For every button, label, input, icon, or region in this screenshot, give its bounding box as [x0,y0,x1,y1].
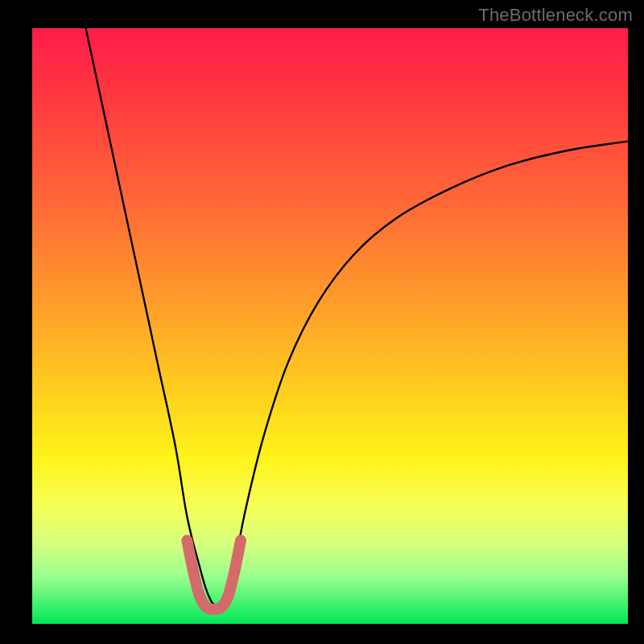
bottleneck-curve [86,28,628,606]
curve-layer [32,28,628,624]
plot-area [32,28,628,624]
watermark-text: TheBottleneck.com [478,5,633,26]
chart-frame: TheBottleneck.com [0,0,644,644]
